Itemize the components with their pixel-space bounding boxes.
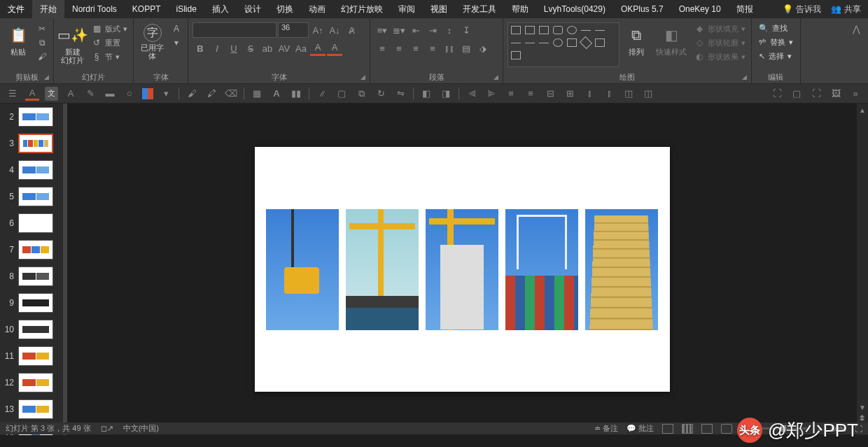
slide-thumbnails[interactable]: 2 3 4 5 6 7 8 9 10 [0,104,63,435]
bold-button[interactable]: B [192,41,208,56]
thumbnail-slide-11[interactable]: 11 [0,343,63,369]
layout-button[interactable]: ▦版式 ▾ [90,22,129,35]
font-color-button[interactable]: A [327,41,342,56]
thumbnail-slide-3[interactable]: 3 [0,130,63,157]
numbering-button[interactable]: ≣▾ [391,22,407,38]
shape-outline-button[interactable]: ◇形状轮廓 ▾ [692,36,747,49]
new-slide-button[interactable]: ▭✨ 新建 幻灯片 [58,22,87,66]
copy-button[interactable]: ⧉ [35,36,49,49]
indent-increase-button[interactable]: ⇥ [425,22,440,38]
reset-button[interactable]: ↺重置 [90,36,129,49]
slideshow-view-button[interactable] [721,424,732,434]
tab-slideshow[interactable]: 幻灯片放映 [333,0,391,18]
format-painter-button[interactable]: 🖌 [35,50,49,63]
select-button[interactable]: ↖选择 ▾ [756,50,796,62]
tab-islide[interactable]: iSlide [169,0,204,18]
cut-button[interactable]: ✂ [35,22,49,35]
case-button[interactable]: Aa [293,41,309,56]
tb-brush2-icon[interactable]: 🖍 [204,87,218,101]
tab-home[interactable]: 开始 [32,0,64,18]
notes-button[interactable]: ≐ 备注 [594,423,618,434]
shape-fill-button[interactable]: ◆形状填充 ▾ [692,22,747,35]
tab-review[interactable]: 审阅 [391,0,423,18]
shadow-button[interactable]: ab [260,41,275,56]
tab-report[interactable]: 简报 [729,0,761,18]
tb-font-a2-icon[interactable]: A [64,87,78,101]
tab-view[interactable]: 视图 [423,0,455,18]
used-fonts-button[interactable]: 字 已用字 体 [138,22,167,62]
bullets-button[interactable]: ≡▾ [374,22,390,38]
thumbnail-slide-2[interactable]: 2 [0,104,63,130]
increase-font-button[interactable]: A↑ [310,22,326,38]
tab-help[interactable]: 帮助 [504,0,536,18]
highlight-button[interactable]: A [310,41,326,56]
align-center-button[interactable]: ≡ [391,41,407,56]
tab-developer[interactable]: 开发工具 [455,0,504,18]
thumbnail-slide-12[interactable]: 12 [0,369,63,396]
decrease-font-button[interactable]: A↓ [327,22,342,38]
font-launcher[interactable]: ◢ [360,73,365,80]
tab-onekey[interactable]: OneKey 10 [671,0,729,18]
tb-highlighter-icon[interactable]: ▬ [103,87,117,101]
tb-text-button[interactable]: 文 [45,87,58,101]
thumbnail-slide-9[interactable]: 9 [0,290,63,316]
tb-more-icon[interactable]: » [848,87,862,101]
tb-align1-icon[interactable]: ⫷ [465,87,479,101]
tb-merge-icon[interactable]: ⧉ [354,87,368,101]
columns-button[interactable]: ⫿⫿ [442,41,457,56]
text-align-button[interactable]: ▤ [458,41,474,56]
tb-align3-icon[interactable]: ≡ [504,87,518,101]
tb-align10-icon[interactable]: ◫ [641,87,655,101]
thumbnail-slide-5[interactable]: 5 [0,183,63,210]
tab-lvyhtools[interactable]: LvyhTools(0429) [536,0,613,18]
tab-design[interactable]: 设计 [237,0,269,18]
tab-transitions[interactable]: 切换 [269,0,301,18]
comments-button[interactable]: 💬 批注 [626,423,654,434]
find-button[interactable]: 🔍查找 [756,22,796,34]
tb-layer2-icon[interactable]: ◨ [439,87,453,101]
vertical-scrollbar[interactable]: ▲ ▼ ⯭ ⯯ [857,104,868,435]
thumbnail-slide-8[interactable]: 8 [0,263,63,290]
prev-slide-icon[interactable]: ⯭ [859,414,866,422]
clipboard-launcher[interactable]: ◢ [44,73,49,80]
strike-button[interactable]: S̶ [243,41,258,56]
tb-align8-icon[interactable]: ⫿ [602,87,616,101]
reading-view-button[interactable] [701,424,713,434]
tb-fullscreen-icon[interactable]: ⛶ [809,87,823,101]
align-left-button[interactable]: ≡ [374,41,390,56]
quick-styles-button[interactable]: ◧ 快速样式 [653,22,690,57]
language-indicator[interactable]: 中文(中国) [123,423,159,434]
tb-text-a-icon[interactable]: A [270,87,284,101]
replace-button[interactable]: ᵃ⁄ᵇ替换 ▾ [756,36,796,48]
thumbnail-slide-7[interactable]: 7 [0,236,63,263]
section-button[interactable]: §节 ▾ [90,50,129,63]
font-size-select[interactable]: 36 [278,22,309,38]
line-spacing-button[interactable]: ↕ [442,22,457,38]
font-a-plus[interactable]: A [169,22,183,35]
thumbnail-slide-6[interactable]: 6 [0,210,63,236]
text-direction-button[interactable]: ↧ [458,22,474,38]
tb-chart-icon[interactable]: ▮▮ [289,87,303,101]
sorter-view-button[interactable] [682,424,693,434]
tab-file[interactable]: 文件 [0,0,32,18]
slide-canvas[interactable] [67,104,857,435]
tab-insert[interactable]: 插入 [204,0,237,18]
tb-grid-icon[interactable]: ▦ [250,87,264,101]
clear-format-button[interactable]: A̷ [344,22,359,38]
tb-flip-icon[interactable]: ⇋ [393,87,407,101]
justify-button[interactable]: ≡ [425,41,440,56]
tb-box-icon[interactable]: ▢ [335,87,349,101]
italic-button[interactable]: I [209,41,225,56]
paste-button[interactable]: 📋 粘贴 [4,22,32,57]
font-a-down[interactable]: ▾ [169,36,183,49]
tb-image-icon[interactable]: 🖼 [829,87,843,101]
underline-button[interactable]: U [226,41,241,56]
thumbnail-slide-13[interactable]: 13 [0,396,63,423]
tb-brush1-icon[interactable]: 🖌 [185,87,199,101]
tb-dropdown-icon[interactable]: ▾ [159,87,173,101]
tb-pen-icon[interactable]: ✎ [83,87,97,101]
tab-nordri[interactable]: Nordri Tools [64,0,125,18]
thumbnail-slide-4[interactable]: 4 [0,157,63,183]
tb-circle-icon[interactable]: ○ [122,87,136,101]
tab-animations[interactable]: 动画 [301,0,333,18]
